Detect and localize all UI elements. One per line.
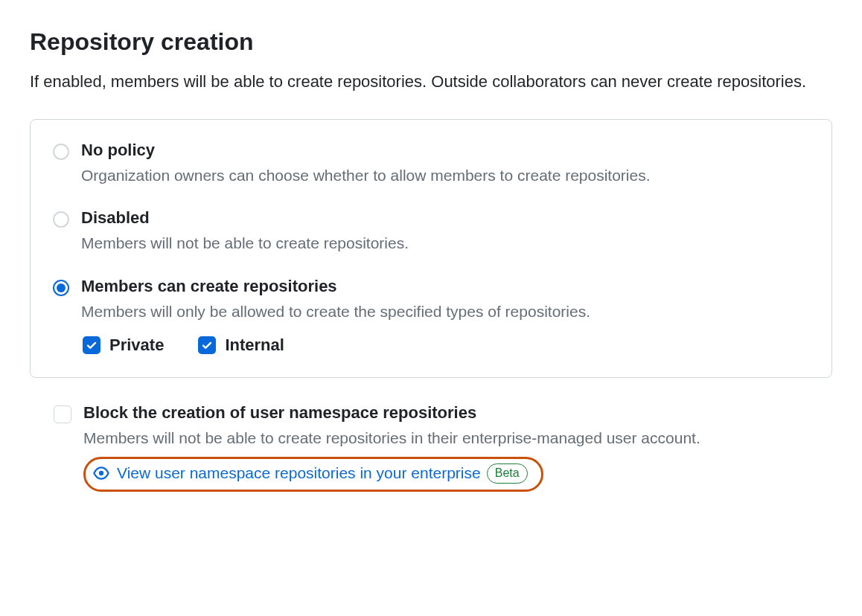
radio-icon[interactable] xyxy=(53,211,69,228)
radio-icon[interactable] xyxy=(53,144,69,160)
policy-option-desc: Organization owners can choose whether t… xyxy=(81,164,809,186)
policy-option-members-can-create[interactable]: Members can create repositories Members … xyxy=(53,277,809,355)
policy-box: No policy Organization owners can choose… xyxy=(30,119,832,378)
view-link-highlight: View user namespace repositories in your… xyxy=(83,457,543,492)
repo-type-internal[interactable]: Internal xyxy=(198,336,284,355)
policy-option-title: No policy xyxy=(81,141,809,160)
policy-option-no-policy[interactable]: No policy Organization owners can choose… xyxy=(53,141,809,186)
policy-option-desc: Members will not be able to create repos… xyxy=(81,232,809,254)
policy-option-desc: Members will only be allowed to create t… xyxy=(81,301,809,322)
beta-badge: Beta xyxy=(487,463,528,484)
svg-point-0 xyxy=(99,471,103,475)
section-heading: Repository creation xyxy=(30,28,832,56)
policy-option-disabled[interactable]: Disabled Members will not be able to cre… xyxy=(53,208,809,254)
view-user-namespace-link[interactable]: View user namespace repositories in your… xyxy=(93,464,481,482)
radio-icon[interactable] xyxy=(53,280,69,296)
checkbox-icon[interactable] xyxy=(83,336,100,354)
block-user-namespace-option: Block the creation of user namespace rep… xyxy=(30,403,832,491)
policy-option-title: Members can create repositories xyxy=(81,277,809,296)
policy-option-title: Disabled xyxy=(81,208,809,228)
view-link-text: View user namespace repositories in your… xyxy=(117,464,481,482)
eye-icon xyxy=(93,465,109,481)
checkbox-icon[interactable] xyxy=(54,405,71,423)
block-option-desc: Members will not be able to create repos… xyxy=(83,427,832,449)
repo-type-private[interactable]: Private xyxy=(83,336,164,355)
section-description: If enabled, members will be able to crea… xyxy=(30,69,819,94)
repo-type-label: Internal xyxy=(225,336,284,355)
checkbox-icon[interactable] xyxy=(198,336,216,354)
repo-type-label: Private xyxy=(109,336,164,355)
block-option-title: Block the creation of user namespace rep… xyxy=(83,403,832,423)
repo-type-checkbox-row: Private Internal xyxy=(83,336,809,355)
